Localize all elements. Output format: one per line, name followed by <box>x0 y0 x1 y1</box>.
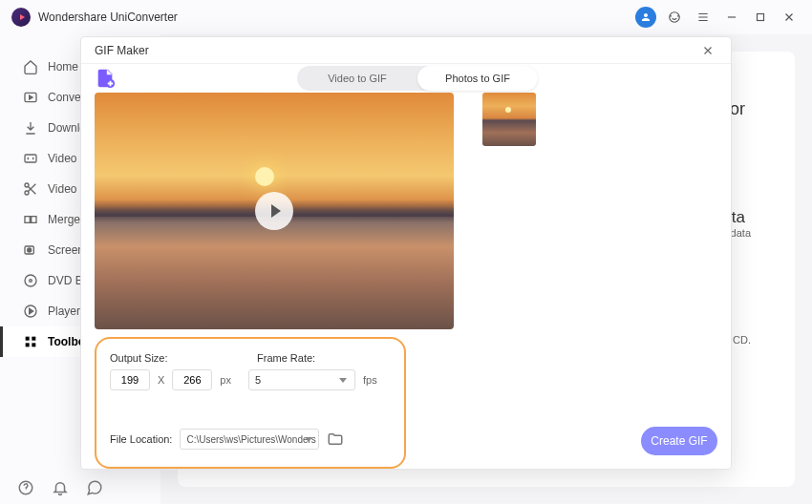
svg-point-0 <box>670 12 680 23</box>
thumbnail-item[interactable] <box>482 93 536 146</box>
svg-rect-16 <box>32 343 35 346</box>
create-gif-button[interactable]: Create GIF <box>641 427 717 455</box>
menu-icon[interactable] <box>692 6 715 29</box>
toolbox-icon <box>23 334 38 349</box>
gif-maker-modal: GIF Maker Video to GIF Photos to GIF Out… <box>80 36 732 470</box>
close-modal-button[interactable] <box>698 41 717 60</box>
modal-title: GIF Maker <box>95 44 149 57</box>
svg-point-5 <box>25 191 29 195</box>
frame-rate-label: Frame Rate: <box>257 352 315 364</box>
svg-point-11 <box>30 280 32 283</box>
x-separator: X <box>158 374 164 386</box>
bg-text-2: CD. <box>733 334 751 346</box>
svg-rect-6 <box>25 217 30 223</box>
download-icon <box>23 120 38 136</box>
app-title: Wondershare UniConverter <box>38 10 178 24</box>
app-logo <box>11 8 31 27</box>
thumbnail-list <box>469 93 717 329</box>
tab-video-to-gif[interactable]: Video to GIF <box>297 66 417 91</box>
feedback-icon[interactable] <box>86 479 103 496</box>
compress-icon <box>23 151 38 166</box>
mode-segment: Video to GIF Photos to GIF <box>297 66 538 91</box>
record-icon <box>23 242 38 258</box>
bell-icon[interactable] <box>52 479 69 496</box>
tab-photos-to-gif[interactable]: Photos to GIF <box>417 66 538 91</box>
converter-icon <box>23 90 38 105</box>
titlebar: Wondershare UniConverter <box>0 0 812 34</box>
merger-icon <box>23 212 38 227</box>
sidebar-label: Home <box>48 60 78 74</box>
svg-rect-7 <box>32 217 36 223</box>
settings-panel: Output Size: Frame Rate: X px 5 fps File… <box>95 337 406 469</box>
px-label: px <box>220 374 231 386</box>
svg-point-10 <box>25 275 36 286</box>
help-icon[interactable] <box>17 479 34 496</box>
frame-rate-select[interactable]: 5 <box>248 369 355 390</box>
sidebar-label: Player <box>48 304 80 318</box>
height-input[interactable] <box>172 369 212 390</box>
svg-point-4 <box>25 183 29 187</box>
close-window-button[interactable] <box>778 6 801 29</box>
svg-rect-14 <box>32 337 35 341</box>
preview-image <box>95 93 454 329</box>
file-location-label: File Location: <box>110 433 172 445</box>
sidebar-label: Merger <box>48 213 84 226</box>
account-avatar[interactable] <box>634 6 657 29</box>
disc-icon <box>23 273 38 288</box>
minimize-button[interactable] <box>720 6 743 29</box>
add-file-button[interactable] <box>95 68 116 89</box>
file-location-value: C:\Users\ws\Pictures\Wonders <box>186 434 315 445</box>
svg-rect-15 <box>26 343 30 346</box>
home-icon <box>23 59 38 74</box>
frame-rate-value: 5 <box>255 374 261 386</box>
scissors-icon <box>23 181 38 197</box>
support-icon[interactable] <box>663 6 686 29</box>
fps-label: fps <box>363 374 377 386</box>
file-location-select[interactable]: C:\Users\ws\Pictures\Wonders <box>180 429 319 450</box>
maximize-button[interactable] <box>749 6 772 29</box>
output-size-label: Output Size: <box>110 352 182 364</box>
svg-rect-1 <box>758 14 764 21</box>
svg-rect-3 <box>25 155 36 162</box>
play-button[interactable] <box>255 192 293 230</box>
svg-rect-13 <box>26 337 30 341</box>
svg-point-9 <box>28 248 32 252</box>
width-input[interactable] <box>110 369 150 390</box>
browse-folder-button[interactable] <box>327 430 344 448</box>
play-icon <box>23 304 38 319</box>
